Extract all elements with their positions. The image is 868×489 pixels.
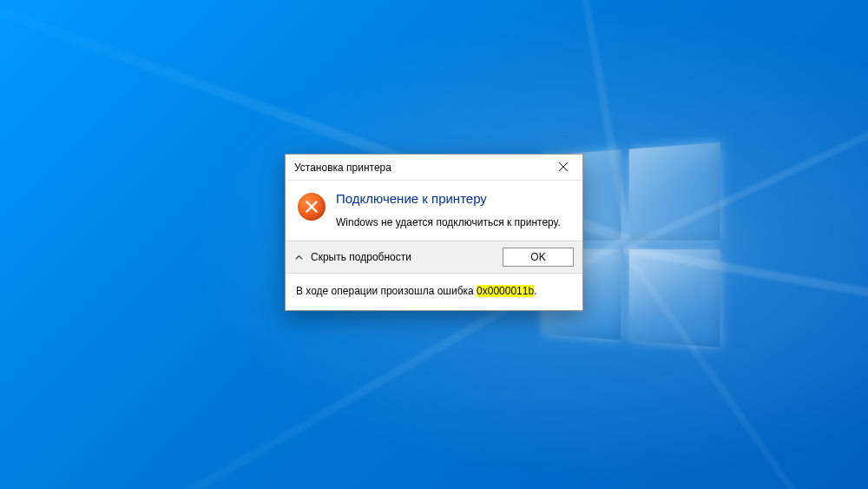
close-icon [559, 162, 568, 174]
details-text-prefix: В ходе операции произошла ошибка [296, 285, 477, 297]
dialog-command-bar: Скрыть подробности OK [286, 241, 582, 274]
close-button[interactable] [543, 155, 582, 181]
dialog-heading: Подключение к принтеру [336, 191, 570, 206]
chevron-up-icon [294, 253, 304, 262]
dialog-titlebar[interactable]: Установка принтера [286, 155, 582, 181]
dialog-title: Установка принтера [294, 162, 391, 174]
error-dialog: Установка принтера Подключение к принтер… [285, 154, 583, 311]
details-toggle[interactable]: Скрыть подробности [311, 251, 411, 263]
error-icon [298, 193, 326, 221]
details-text-suffix: . [534, 285, 536, 297]
error-code: 0x0000011b [477, 285, 534, 297]
dialog-body: Подключение к принтеру Windows не удаетс… [286, 181, 582, 241]
ok-button[interactable]: OK [503, 248, 574, 267]
dialog-message: Windows не удается подключиться к принте… [336, 216, 570, 228]
dialog-details: В ходе операции произошла ошибка 0x00000… [286, 274, 582, 310]
